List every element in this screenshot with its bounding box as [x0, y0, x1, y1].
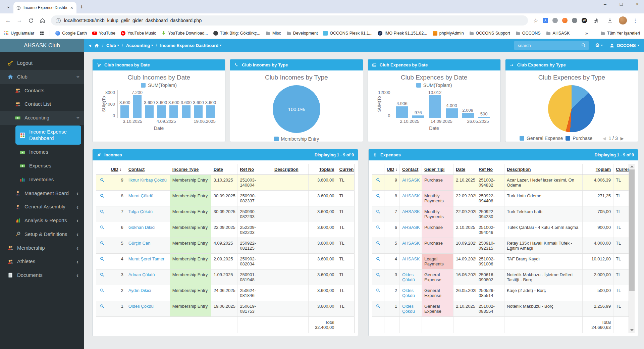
url-text[interactable]: localhost:8086/mkb_kulup_gelir_gider_das…	[64, 18, 202, 23]
search-icon[interactable]	[581, 43, 586, 48]
contact-link[interactable]: Adnan Çökdü	[128, 272, 155, 277]
sidebar-item[interactable]: Membership	[0, 241, 84, 255]
window-minimize-button[interactable]: –	[602, 1, 608, 7]
view-row-button[interactable]	[100, 193, 105, 199]
contact-link[interactable]: AHSASK	[402, 225, 420, 230]
contact-link[interactable]: Gökhan Dikici	[128, 225, 155, 230]
refresh-button[interactable]	[26, 16, 36, 25]
chart-legend[interactable]: SUM(Toplam)	[96, 83, 222, 88]
reading-list-grid[interactable]	[40, 31, 44, 36]
breadcrumb-income-expense-dashboard[interactable]: Income Expense Dashboard▾	[160, 43, 221, 48]
chart-legend[interactable]: SUM(Toplam)	[371, 83, 497, 88]
translate-icon[interactable]: A	[543, 18, 548, 23]
column-header-uid[interactable]: UID ↓	[108, 164, 126, 175]
view-row-button[interactable]	[100, 209, 105, 215]
pager-next-icon[interactable]: ▶	[621, 136, 624, 141]
window-close-button[interactable]: ×	[634, 1, 641, 7]
pager-prev-icon[interactable]: ◀	[602, 136, 606, 141]
column-header-ref-no[interactable]: Ref No	[476, 164, 504, 175]
breadcrumb-accounting[interactable]: Accounting▾	[126, 43, 153, 48]
sidebar-item[interactable]: General Assembly	[0, 200, 84, 214]
contact-link[interactable]: Oldes Çökdü	[402, 272, 415, 282]
breadcrumb-home-icon[interactable]	[94, 43, 99, 48]
column-header-description[interactable]: Description	[504, 164, 583, 175]
bookmark-item[interactable]: YouTube	[92, 31, 115, 36]
home-button[interactable]	[38, 16, 47, 25]
view-row-button[interactable]	[100, 304, 105, 310]
extension-icon-3[interactable]	[572, 18, 577, 23]
user-menu[interactable]: OCCONS▾	[609, 43, 639, 48]
bookmark-star-icon[interactable]: ☆	[533, 17, 538, 24]
chart-legend[interactable]: Membership Entry	[233, 136, 359, 142]
profile-avatar[interactable]	[619, 16, 627, 24]
view-row-button[interactable]	[376, 288, 381, 294]
view-row-button[interactable]	[100, 225, 105, 231]
view-row-button[interactable]	[100, 272, 105, 278]
sidebar-item[interactable]: Income Expense Dashboard	[15, 126, 81, 145]
sidebar-item[interactable]: Analysis & Reports	[0, 214, 84, 228]
search-input[interactable]	[514, 41, 589, 50]
sidebar-item[interactable]: Documents	[0, 268, 84, 282]
sidebar-item[interactable]: Inventories	[0, 173, 84, 187]
view-row-button[interactable]	[376, 193, 381, 199]
bookmark-item[interactable]: AHSASK	[546, 31, 570, 36]
scroll-down-icon[interactable]	[630, 329, 634, 331]
column-header-income-type[interactable]: Income Type	[170, 164, 211, 175]
bookmark-item[interactable]: Misc	[266, 31, 281, 36]
view-row-button[interactable]	[376, 178, 381, 184]
contact-link[interactable]: Aydın Dikici	[128, 288, 151, 293]
contact-link[interactable]: AHSASK	[402, 256, 420, 261]
bookmark-item[interactable]: Google Earth	[55, 31, 87, 36]
view-row-button[interactable]	[100, 241, 105, 247]
column-header-toplam[interactable]: Toplam	[308, 164, 337, 175]
legend-purchase[interactable]: Purchase	[566, 136, 592, 141]
column-header-toplam[interactable]: Toplam	[583, 164, 613, 175]
view-row-button[interactable]	[376, 225, 381, 231]
contact-link[interactable]: Murat Şeref Tamer	[128, 256, 164, 261]
view-row-button[interactable]	[376, 304, 381, 310]
contact-link[interactable]: Gürçin Can	[128, 241, 151, 246]
tab-close-icon[interactable]: ×	[70, 5, 74, 10]
bookmark-item[interactable]: OCCONS	[516, 31, 541, 36]
extension-icon-1[interactable]	[552, 18, 558, 23]
sidebar-item[interactable]: Club	[0, 70, 84, 84]
column-header-currency[interactable]: Currency	[613, 164, 629, 175]
contact-link[interactable]: Murat Çökdü	[128, 193, 153, 198]
bookmark-item[interactable]: Development	[286, 31, 318, 36]
downloads-icon[interactable]	[605, 16, 614, 25]
column-header-uid[interactable]: UID ↓	[384, 164, 400, 175]
sidebar-item[interactable]: Athletes	[0, 255, 84, 268]
sidebar-item[interactable]: Contacts	[0, 84, 84, 98]
sidebar-item[interactable]: Expenses	[0, 159, 84, 173]
settings-gear-button[interactable]: ⚙▾	[595, 42, 602, 48]
view-row-button[interactable]	[100, 256, 105, 262]
table-scrollbar[interactable]	[629, 164, 635, 333]
column-header-contact[interactable]: Contact	[400, 164, 422, 175]
contact-link[interactable]: AHSASK	[402, 209, 420, 214]
window-maximize-button[interactable]: □	[618, 1, 625, 7]
contact-link[interactable]: AHSASK	[402, 241, 420, 246]
forward-button[interactable]: →	[15, 16, 24, 25]
bookmark-item[interactable]: OCCONS Plesk 91.1...	[323, 31, 372, 36]
new-tab-button[interactable]: +	[80, 3, 84, 11]
column-header-date[interactable]: Date	[453, 164, 476, 175]
contact-link[interactable]: Oldes Çökdü	[402, 288, 415, 298]
column-header-currency[interactable]: Currency	[337, 164, 354, 175]
view-row-button[interactable]	[376, 256, 381, 262]
site-info-icon[interactable]: i	[56, 18, 61, 23]
wikipedia-extension-icon[interactable]: W	[582, 18, 587, 23]
bookmark-item[interactable]: OCCONS Support	[469, 31, 510, 36]
browser-tab[interactable]: Income Expense Dashboard ×	[13, 2, 76, 13]
column-header-contact[interactable]: Contact	[126, 164, 170, 175]
legend-general-expense[interactable]: General Expense	[520, 136, 563, 141]
view-row-button[interactable]	[100, 178, 105, 184]
bookmark-item[interactable]: Türk Bitig: Göktürkç...	[213, 31, 260, 36]
contact-link[interactable]: AHSASK	[402, 193, 420, 198]
column-header-ref-no[interactable]: Ref No	[237, 164, 272, 175]
bookmark-item[interactable]: YouTube Music	[121, 31, 156, 36]
scroll-thumb[interactable]	[629, 169, 635, 291]
bookmarks-overflow-icon[interactable]: »	[584, 30, 589, 36]
contact-link[interactable]: AHSASK	[402, 178, 420, 183]
browser-menu-icon[interactable]: ⋮	[631, 17, 639, 24]
view-row-button[interactable]	[376, 241, 381, 247]
